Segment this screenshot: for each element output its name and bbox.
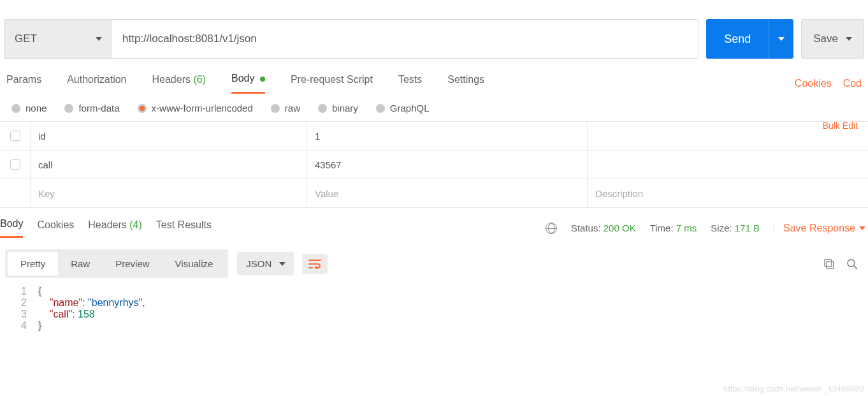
bodytype-xwww[interactable]: x-www-form-urlencoded [138,103,253,114]
key-cell[interactable]: id [31,122,307,150]
tab-settings[interactable]: Settings [447,74,484,93]
table-row: id 1 [0,122,868,150]
bodytype-binary[interactable]: binary [318,103,358,114]
row-checkbox[interactable] [10,159,20,170]
resp-tab-cookies[interactable]: Cookies [37,219,74,237]
value-cell[interactable]: 1 [307,122,588,150]
tab-body[interactable]: Body [231,73,265,94]
table-row: call 43567 [0,150,868,179]
tab-authorization[interactable]: Authorization [67,74,126,93]
chevron-down-icon [846,37,852,41]
bodytype-form-data[interactable]: form-data [64,103,119,114]
resp-tab-headers[interactable]: Headers (4) [88,219,142,237]
view-visualize[interactable]: Visualize [163,252,226,275]
view-raw[interactable]: Raw [58,252,103,275]
save-response-button[interactable]: Save Response [774,223,865,234]
bulk-edit-link[interactable]: Bulk Edit [823,121,858,131]
svg-point-2 [848,260,855,267]
svg-rect-0 [827,261,834,268]
resp-tab-test-results[interactable]: Test Results [156,219,212,237]
chevron-down-icon [96,37,102,41]
radio-icon [138,104,147,113]
value-cell[interactable]: Value [307,179,588,207]
save-button[interactable]: Save [801,19,864,59]
globe-icon[interactable] [546,223,557,234]
tab-prerequest[interactable]: Pre-request Script [291,74,373,93]
status-block: Status: 200 OK [571,223,636,233]
copy-icon[interactable] [823,258,835,270]
svg-line-3 [854,266,857,269]
radio-icon [271,104,280,113]
description-cell[interactable] [588,150,868,179]
size-block: Size: 171 B [711,223,760,233]
key-cell[interactable]: call [31,150,307,179]
cookies-link[interactable]: Cookies [795,78,832,89]
wrap-lines-button[interactable] [302,254,328,274]
http-method-label: GET [15,33,37,45]
radio-icon [376,104,385,113]
svg-rect-1 [825,260,832,267]
key-cell[interactable]: Key [31,179,307,207]
value-cell[interactable]: 43567 [307,150,588,179]
table-row-new: Key Value Description [0,179,868,208]
tab-params[interactable]: Params [6,74,41,93]
view-pretty[interactable]: Pretty [8,252,58,275]
resp-tab-body[interactable]: Body [0,218,23,238]
format-dropdown[interactable]: JSON [237,252,294,275]
watermark-text: https://blog.csdn.net/weixin_43469680 [723,384,864,393]
tab-tests[interactable]: Tests [398,74,422,93]
send-dropdown-button[interactable] [769,19,793,59]
row-checkbox[interactable] [10,131,20,141]
radio-icon [318,104,327,113]
bodytype-none[interactable]: none [11,103,47,114]
radio-icon [11,104,20,113]
bodytype-graphql[interactable]: GraphQL [376,103,430,114]
code-link[interactable]: Cod [843,78,862,89]
radio-icon [64,104,73,113]
chevron-down-icon [778,37,785,41]
url-input[interactable] [112,19,698,59]
http-method-dropdown[interactable]: GET [4,19,112,59]
send-button[interactable]: Send [706,19,769,59]
time-block: Time: 7 ms [650,223,697,233]
chevron-down-icon [279,262,286,266]
active-dot-icon [260,77,265,82]
tab-headers[interactable]: Headers (6) [152,74,206,93]
save-label: Save [813,33,838,45]
bodytype-raw[interactable]: raw [271,103,300,114]
chevron-down-icon [859,226,865,230]
view-preview[interactable]: Preview [103,252,162,275]
search-icon[interactable] [846,258,858,270]
description-cell[interactable]: Description [588,179,868,207]
response-body-code: 1{ 2 "name": "bennyrhys", 3 "call": 158 … [0,278,868,332]
